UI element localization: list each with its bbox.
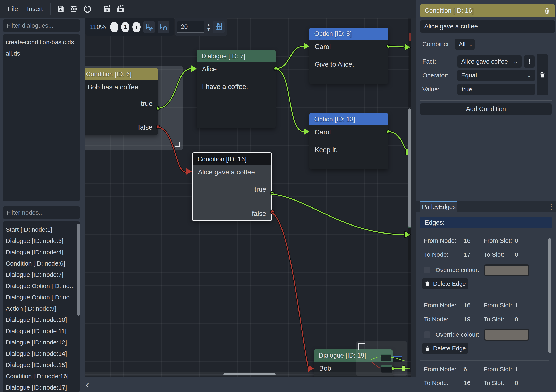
minimap[interactable] — [356, 341, 407, 376]
node-list-item[interactable]: Dialogue [ID: node:3] — [3, 235, 80, 246]
add-condition-button[interactable]: Add Condition — [420, 103, 552, 115]
menu-insert[interactable]: Insert — [23, 5, 47, 13]
node-character: Alice — [197, 62, 276, 76]
node-list-item[interactable]: Action [ID: node:9] — [3, 303, 80, 314]
save-icon[interactable] — [54, 3, 66, 15]
to-slot-value: 0 — [515, 316, 518, 323]
output-port[interactable] — [386, 44, 391, 48]
node-list-item[interactable]: Dialogue [ID: node:17] — [3, 382, 80, 392]
dialogue-filter-input[interactable] — [7, 22, 86, 29]
output-port-false[interactable] — [156, 125, 160, 129]
minimap-toggle[interactable] — [213, 21, 224, 33]
node-title[interactable]: Dialogue [ID: 7] — [197, 50, 276, 62]
input-port[interactable] — [186, 168, 192, 175]
graph-node-condition-16[interactable]: Condition [ID: 16] Alice gave a coffee t… — [192, 152, 272, 221]
node-filter-input[interactable] — [7, 209, 86, 216]
node-title[interactable]: Condition [ID: 6] — [85, 68, 158, 80]
node-divider — [314, 139, 384, 139]
graph-node-option-13[interactable]: Option [ID: 13] Carol Keep it. — [309, 113, 388, 169]
output-port-true[interactable] — [270, 191, 275, 196]
node-list-item[interactable]: Dialogue [ID: node:15] — [3, 359, 80, 370]
zoom-in-button[interactable]: + — [132, 22, 140, 32]
tab-parleyedges[interactable]: ParleyEdges — [420, 201, 457, 212]
node-title[interactable]: Condition [ID: 16] — [193, 153, 271, 165]
delete-node-icon[interactable] — [543, 7, 550, 14]
snap-grid-toggle[interactable] — [143, 21, 155, 33]
from-slot-label: From Slot: — [484, 237, 515, 244]
output-port[interactable] — [273, 66, 278, 71]
test-dialogue-icon[interactable] — [101, 3, 113, 15]
graph-node-dialogue-7[interactable]: Dialogue [ID: 7] Alice I have a coffee. — [197, 50, 276, 128]
new-dialogue-icon[interactable] — [115, 3, 126, 15]
dialogue-file-item[interactable]: create-condition-basic.ds — [3, 37, 80, 48]
delete-edge-button[interactable]: Delete Edge — [422, 343, 468, 354]
node-title[interactable]: Option [ID: 13] — [309, 113, 388, 125]
node-list-item[interactable]: Dialogue [ID: node:11] — [3, 325, 80, 337]
node-character: Carol — [309, 40, 388, 54]
dock-menu-icon[interactable]: ⋮ — [548, 203, 555, 211]
snap-magnet-toggle[interactable] — [158, 21, 169, 33]
graph-node-condition-6[interactable]: Condition [ID: 6] Bob has a coffee true … — [85, 68, 158, 135]
to-slot-value: 0 — [515, 251, 518, 258]
from-slot-value: 1 — [515, 366, 518, 373]
canvas-vscrollbar-thumb[interactable] — [409, 109, 411, 227]
override-colour-checkbox[interactable] — [424, 331, 430, 338]
graph-canvas[interactable]: Condition [ID: 6] Bob has a coffee true … — [85, 18, 411, 377]
output-port[interactable] — [386, 129, 391, 134]
node-list-item[interactable]: Dialogue [ID: node:4] — [3, 246, 80, 258]
node-list-item[interactable]: Condition [ID: node:6] — [3, 258, 80, 269]
node-list-item[interactable]: Dialogue [ID: node:7] — [3, 269, 80, 280]
import-export-icon[interactable] — [68, 3, 80, 15]
snap-distance-field[interactable]: 20 — [178, 21, 204, 33]
node-list-item[interactable]: Dialogue Option [ID: no... — [3, 291, 80, 303]
node-list-item[interactable]: Dialogue [ID: node:14] — [3, 348, 80, 359]
node-list-item[interactable]: Condition [ID: node:16] — [3, 370, 80, 382]
edges-section-header: Edges: — [420, 217, 552, 228]
node-list-item[interactable]: Dialogue [ID: node:12] — [3, 337, 80, 348]
combiner-dropdown[interactable]: All ⌄ — [455, 39, 475, 50]
zoom-out-button[interactable]: − — [110, 22, 118, 32]
output-port-false[interactable] — [270, 209, 275, 214]
override-colour-swatch[interactable] — [485, 330, 528, 339]
fact-dropdown[interactable]: Alice gave coffee ⌄ — [457, 55, 522, 68]
input-port[interactable] — [308, 365, 314, 372]
spinner-arrows[interactable]: ▴ ▾ — [207, 23, 210, 31]
delete-condition-button[interactable] — [537, 54, 548, 95]
operator-dropdown[interactable]: Equal ⌄ — [457, 70, 535, 81]
value-field[interactable]: true — [457, 84, 535, 95]
edge-row: To Node: 19 To Slot: 0 — [420, 315, 543, 324]
condition-description-field[interactable]: Alice gave a coffee — [420, 20, 555, 33]
collapse-sidebar-icon[interactable]: ‹ — [86, 379, 89, 390]
override-colour-swatch[interactable] — [485, 266, 528, 275]
from-slot-label: From Slot: — [484, 302, 515, 309]
operator-label: Operator: — [422, 70, 448, 81]
delete-edge-label: Delete Edge — [433, 345, 466, 352]
delete-edge-button[interactable]: Delete Edge — [422, 278, 468, 290]
node-list-item[interactable]: Dialogue Option [ID: no... — [3, 280, 80, 291]
input-port[interactable] — [304, 128, 309, 135]
from-node-label: From Node: — [420, 366, 463, 373]
toolbar-separator — [50, 3, 51, 15]
edit-fact-button[interactable] — [524, 55, 535, 68]
app-toolbar: File Insert — [0, 0, 416, 18]
to-node-value: 17 — [463, 251, 484, 258]
dialogue-file-item[interactable]: all.ds — [3, 48, 80, 59]
graph-node-option-8[interactable]: Option [ID: 8] Carol Give to Alice. — [309, 28, 388, 84]
node-list-item[interactable]: Start [ID: node:1] — [3, 224, 80, 235]
output-port-true[interactable] — [156, 106, 160, 110]
resize-handle-icon[interactable] — [175, 142, 180, 147]
trash-icon — [539, 71, 546, 78]
node-title[interactable]: Option [ID: 8] — [309, 28, 388, 40]
spinner-down-icon[interactable]: ▾ — [207, 27, 210, 31]
node-list-scrollbar[interactable] — [77, 224, 80, 316]
snap-distance-controls: 20 ▴ ▾ — [175, 18, 227, 36]
undo-icon[interactable] — [81, 3, 93, 15]
canvas-hscrollbar-thumb[interactable] — [223, 373, 276, 375]
override-colour-checkbox[interactable] — [424, 267, 430, 273]
zoom-reset-button[interactable]: 1 — [121, 22, 130, 32]
input-port[interactable] — [191, 65, 197, 72]
menu-file[interactable]: File — [4, 5, 22, 13]
edges-list-scrollbar[interactable] — [548, 238, 551, 353]
node-list-item[interactable]: Dialogue [ID: node:10] — [3, 314, 80, 325]
input-port[interactable] — [304, 43, 309, 50]
